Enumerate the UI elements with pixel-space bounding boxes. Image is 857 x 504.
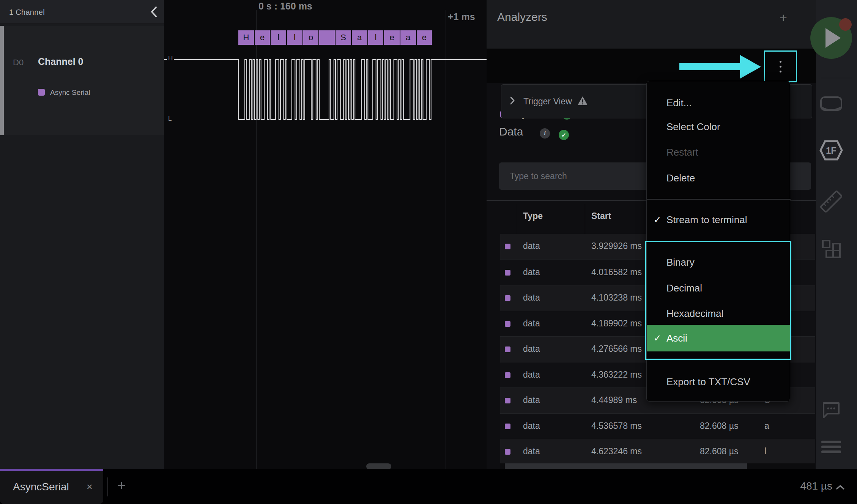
right-toolbar: 1F	[816, 0, 857, 469]
svg-text:1F: 1F	[826, 145, 837, 156]
menu-item-binary[interactable]: Binary	[647, 250, 791, 274]
decoded-byte: l	[368, 30, 384, 45]
cell-type: data	[523, 318, 540, 329]
decoded-byte: H	[238, 30, 254, 45]
cell-type: data	[523, 267, 540, 277]
channel-scrollbar[interactable]	[0, 26, 4, 135]
decoded-byte: l	[271, 30, 286, 45]
menu-item-delete[interactable]: Delete	[647, 166, 791, 190]
check-icon: ✓	[654, 333, 661, 343]
decoded-byte: e	[417, 30, 432, 45]
tab-label: AsyncSerial	[13, 481, 69, 493]
close-tab-button[interactable]: ×	[83, 480, 96, 494]
menu-item-decimal[interactable]: Decimal	[647, 276, 791, 300]
channel-row[interactable]: D0 Channel 0 Async Serial	[0, 26, 164, 135]
cell-start: 4.536578 ms	[591, 421, 642, 431]
cell-value: l	[764, 446, 766, 457]
cell-start: 3.929926 ms	[591, 241, 642, 251]
row-color-swatch	[505, 346, 510, 352]
row-color-swatch	[505, 321, 510, 327]
table-row[interactable]: data 4.536578 ms 82.608 µs a	[500, 413, 815, 439]
table-row[interactable]: data 4.623246 ms 82.608 µs l	[500, 439, 815, 465]
menu-item-ascii-selected[interactable]: ✓ Ascii	[647, 325, 791, 351]
analyzers-header: Analyzers +	[487, 0, 816, 49]
ruler-icon	[819, 189, 843, 215]
menu-item-stream-to-terminal[interactable]: ✓ Stream to terminal	[647, 208, 791, 232]
channel-panel: 1 Channel D0 Channel 0 Async Serial	[0, 0, 164, 469]
new-tab-button[interactable]: +	[112, 476, 131, 495]
channel-panel-header: 1 Channel	[0, 0, 164, 24]
cell-type: data	[523, 293, 540, 303]
menu-item-edit[interactable]: Edit...	[647, 91, 791, 115]
channel-count-label: 1 Channel	[9, 0, 45, 24]
analyzers-title: Analyzers	[497, 11, 547, 24]
hamburger-icon	[821, 446, 841, 448]
row-color-swatch	[505, 295, 510, 301]
kebab-dot	[780, 71, 781, 72]
tab-separator	[107, 477, 108, 496]
row-color-swatch	[505, 270, 510, 276]
decoded-byte: o	[303, 30, 319, 45]
high-rail-label: H	[167, 55, 174, 62]
row-color-swatch	[505, 244, 510, 249]
cell-start: 4.44989 ms	[591, 395, 637, 405]
check-icon: ✓	[654, 214, 661, 225]
menu-item-select-color[interactable]: Select Color	[647, 115, 791, 139]
cell-type: data	[523, 421, 540, 431]
play-icon	[825, 28, 841, 48]
chevron-right-icon	[510, 96, 515, 106]
low-rail-label: L	[167, 115, 173, 123]
record-status-badge	[839, 18, 852, 31]
cell-type: data	[523, 344, 540, 354]
chevron-left-icon	[150, 6, 157, 19]
cell-start: 4.363222 ms	[591, 370, 642, 380]
annotation-arrow-head	[740, 55, 761, 79]
device-icon	[820, 95, 843, 116]
trigger-view-label: Trigger View	[523, 96, 572, 107]
timing-scale-label[interactable]: 481 µs	[800, 480, 832, 492]
analyzer-options-kebab-button[interactable]	[764, 50, 797, 82]
tab-bar: AsyncSerial × + 481 µs	[0, 469, 857, 504]
tab-asyncserial[interactable]: AsyncSerial ×	[0, 469, 103, 504]
menu-item-export-txt-csv[interactable]: Export to TXT/CSV	[647, 370, 791, 394]
hexagon-1f-icon: 1F	[818, 139, 844, 163]
device-settings-button[interactable]	[820, 96, 843, 115]
decoded-byte: a	[352, 30, 367, 45]
decoded-byte-bubbles: H e l l o S a l e a e	[238, 30, 433, 45]
cell-start: 4.189902 ms	[591, 318, 642, 329]
decoded-byte: S	[336, 30, 351, 45]
cell-start: 4.276566 ms	[591, 344, 642, 354]
column-header-type[interactable]: Type	[523, 211, 543, 221]
cell-type: data	[523, 241, 540, 251]
feedback-button[interactable]	[821, 401, 842, 422]
device-id-button[interactable]: 1F	[818, 140, 844, 162]
add-analyzer-button[interactable]: +	[775, 9, 792, 26]
menu-separator	[647, 199, 791, 200]
hamburger-icon	[821, 450, 841, 453]
warning-icon	[577, 96, 588, 107]
measure-button[interactable]	[819, 190, 843, 214]
menu-item-hexadecimal[interactable]: Hexadecimal	[647, 301, 791, 326]
row-color-swatch	[505, 398, 510, 403]
collapse-panel-button[interactable]	[147, 5, 161, 20]
cell-type: data	[523, 370, 540, 380]
hamburger-icon	[821, 441, 841, 443]
decoded-byte: e	[384, 30, 400, 45]
analyzer-context-menu: Edit... Select Color Restart Delete ✓ St…	[646, 81, 790, 402]
row-color-swatch	[505, 424, 510, 429]
cell-type: data	[523, 446, 540, 457]
waveform-canvas[interactable]: 0 s : 160 ms +1 ms H e l l o S a l e a e…	[164, 0, 487, 469]
annotation-arrow	[679, 63, 741, 70]
cell-duration: 82.608 µs	[700, 421, 739, 431]
cell-start: 4.103238 ms	[591, 293, 642, 303]
digital-waveform	[164, 0, 487, 469]
kebab-dot	[780, 61, 781, 63]
layout-button[interactable]	[821, 240, 842, 261]
decoded-byte: a	[400, 30, 416, 45]
channel-analyzer-label[interactable]: Async Serial	[50, 88, 90, 97]
chevron-up-icon[interactable]	[836, 485, 845, 491]
column-header-start[interactable]: Start	[591, 211, 611, 221]
cell-value: a	[764, 421, 769, 431]
toolbar-divider	[821, 78, 852, 78]
main-menu-button[interactable]	[821, 439, 841, 454]
